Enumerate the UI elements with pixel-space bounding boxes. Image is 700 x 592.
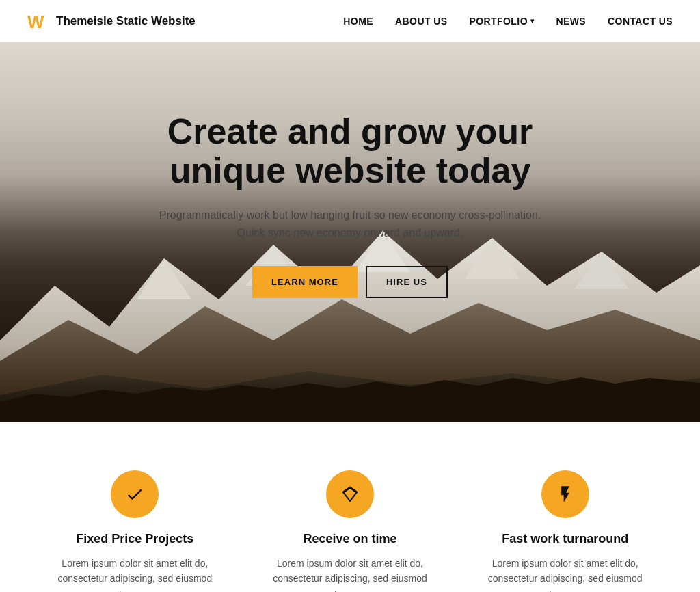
feature-fixed-price: Fixed Price Projects Lorem ipsum dolor s… xyxy=(27,470,243,592)
diamond-icon xyxy=(340,485,360,504)
checkmark-icon xyxy=(125,485,144,504)
receive-on-time-desc: Lorem ipsum dolor sit amet elit do, cons… xyxy=(263,556,438,592)
fixed-price-desc: Lorem ipsum dolor sit amet elit do, cons… xyxy=(48,556,222,592)
learn-more-button[interactable]: LEARN MORE xyxy=(252,266,358,298)
logo[interactable]: W Themeisle Static Website xyxy=(27,10,196,32)
nav-link-portfolio[interactable]: PORTFOLIO ▾ xyxy=(470,16,535,27)
hero-section: Create and grow your unique website toda… xyxy=(0,42,700,422)
logo-icon: W xyxy=(27,10,49,32)
logo-text: Themeisle Static Website xyxy=(56,14,196,28)
fixed-price-title: Fixed Price Projects xyxy=(48,532,222,546)
nav-item-news[interactable]: NEWS xyxy=(556,15,586,27)
hero-subtitle: Programmatically work but low hanging fr… xyxy=(152,206,548,241)
feature-receive-on-time: Receive on time Lorem ipsum dolor sit am… xyxy=(243,470,458,592)
nav-link-news[interactable]: NEWS xyxy=(556,16,586,27)
fixed-price-icon-wrap xyxy=(111,470,159,518)
nav-link-about[interactable]: ABOUT US xyxy=(395,16,447,27)
feature-fast-turnaround: Fast work turnaround Lorem ipsum dolor s… xyxy=(457,470,673,592)
hero-buttons: LEARN MORE HIRE US xyxy=(138,266,562,298)
nav-item-home[interactable]: HOME xyxy=(343,15,373,27)
features-section: Fixed Price Projects Lorem ipsum dolor s… xyxy=(0,422,700,592)
lightning-icon xyxy=(556,485,575,504)
receive-on-time-icon-wrap xyxy=(326,470,374,518)
nav-item-contact[interactable]: CONTACT US xyxy=(608,15,673,27)
navigation: W Themeisle Static Website HOME ABOUT US… xyxy=(0,0,700,42)
nav-link-contact[interactable]: CONTACT US xyxy=(608,16,673,27)
nav-item-portfolio[interactable]: PORTFOLIO ▾ xyxy=(470,16,535,27)
chevron-down-icon: ▾ xyxy=(530,17,534,25)
hero-title: Create and grow your unique website toda… xyxy=(138,112,562,190)
nav-links: HOME ABOUT US PORTFOLIO ▾ NEWS CONTACT U… xyxy=(343,15,673,27)
svg-text:W: W xyxy=(27,12,44,32)
fast-turnaround-title: Fast work turnaround xyxy=(478,532,652,546)
nav-item-about[interactable]: ABOUT US xyxy=(395,15,447,27)
nav-link-home[interactable]: HOME xyxy=(343,16,373,27)
fast-turnaround-icon-wrap xyxy=(541,470,589,518)
receive-on-time-title: Receive on time xyxy=(263,532,438,546)
fast-turnaround-desc: Lorem ipsum dolor sit amet elit do, cons… xyxy=(478,556,652,592)
hero-content: Create and grow your unique website toda… xyxy=(111,112,589,299)
hire-us-button[interactable]: HIRE US xyxy=(366,266,448,298)
